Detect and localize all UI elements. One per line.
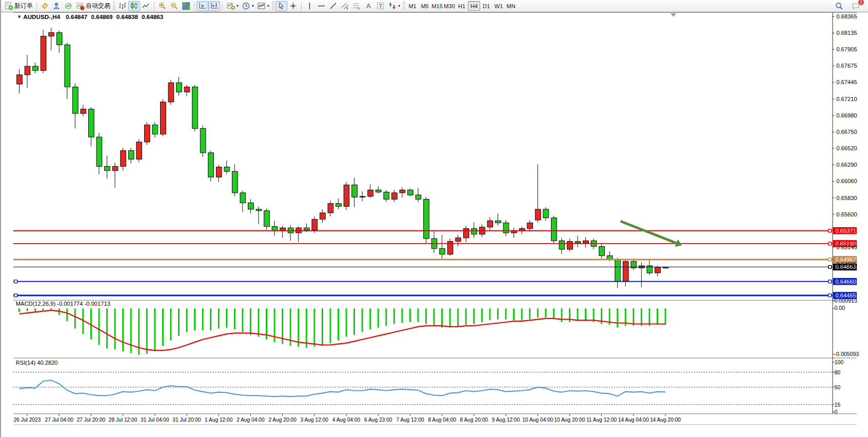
templates-button[interactable]: ▾: [255, 1, 271, 11]
new-order-button[interactable]: 新订单: [3, 1, 34, 11]
svg-text:0.66290: 0.66290: [836, 162, 857, 168]
crosshair-tool-button[interactable]: [287, 1, 299, 11]
svg-text:3 Aug 12:00: 3 Aug 12:00: [301, 417, 329, 423]
toolbar-grip: [113, 2, 115, 11]
svg-text:0.68365: 0.68365: [836, 13, 857, 19]
radar-icon: [64, 2, 73, 10]
new-order-label: 新订单: [14, 2, 33, 10]
bar-chart-mode-button[interactable]: [116, 1, 128, 11]
svg-text:80: 80: [834, 369, 840, 375]
auto-scroll-button[interactable]: [196, 1, 208, 11]
svg-text:0.66060: 0.66060: [836, 178, 857, 184]
notification-badge: 1: [858, 0, 864, 6]
svg-text:E: E: [346, 7, 348, 10]
toolbar-grip: [403, 2, 405, 11]
svg-text:0.65371: 0.65371: [835, 228, 856, 234]
zoom-out-button[interactable]: [168, 1, 180, 11]
indicators-icon: [226, 2, 235, 10]
svg-text:27 Jul 20:00: 27 Jul 20:00: [77, 417, 106, 423]
periods-button[interactable]: ▾: [240, 1, 255, 11]
fibonacci-icon: F: [352, 2, 361, 10]
line-chart-mode-button[interactable]: [140, 1, 152, 11]
horizontal-line-tool-button[interactable]: [315, 1, 327, 11]
quotes-button[interactable]: [39, 1, 51, 11]
cursor-tool-button[interactable]: [275, 1, 287, 11]
svg-text:0.66980: 0.66980: [836, 112, 857, 118]
timeframe-m15-button[interactable]: M15: [431, 1, 443, 11]
svg-text:2 Aug 20:00: 2 Aug 20:00: [268, 417, 297, 423]
chart-title: AUDUSD-,H4 0.64847 0.64869 0.64838 0.648…: [23, 13, 163, 20]
text-tool-button[interactable]: A: [363, 1, 374, 11]
svg-text:14 Aug 20:00: 14 Aug 20:00: [650, 417, 681, 423]
svg-text:0.67210: 0.67210: [836, 96, 857, 102]
timeframe-m1-button[interactable]: M1: [406, 1, 419, 11]
svg-text:0.64905: 0.64905: [836, 261, 857, 267]
zoom-in-button[interactable]: [156, 1, 168, 11]
chart-title-high: 0.64869: [91, 13, 113, 20]
svg-text:100: 100: [834, 359, 843, 365]
trendline-icon: [329, 2, 338, 10]
indicators-button[interactable]: ▾: [225, 1, 240, 11]
chart-area[interactable]: 0.653710.651900.649670.648630.646600.644…: [1, 12, 868, 437]
separator: [222, 2, 223, 11]
horizontal-line-icon: [317, 2, 326, 10]
svg-text:0.67675: 0.67675: [836, 63, 857, 69]
svg-text:F: F: [358, 7, 360, 10]
channel-tool-button[interactable]: E: [339, 1, 351, 11]
svg-text:27 Jul 04:00: 27 Jul 04:00: [45, 417, 73, 423]
svg-text:6 Aug 23:00: 6 Aug 23:00: [364, 417, 392, 423]
label-tool-button[interactable]: T: [374, 1, 386, 11]
svg-text:1 Aug 12:00: 1 Aug 12:00: [205, 417, 233, 423]
timeframe-h1-button[interactable]: H1: [456, 1, 468, 11]
svg-text:0: 0: [834, 409, 837, 415]
timeframe-m5-button[interactable]: M5: [419, 1, 431, 11]
bar-chart-icon: [118, 2, 127, 10]
svg-text:T: T: [379, 3, 383, 9]
timeframe-d1-button[interactable]: D1: [480, 1, 492, 11]
chart-shift-button[interactable]: [208, 1, 220, 11]
timeframe-h4-button[interactable]: H4: [468, 1, 480, 11]
chevron-down-icon: ▾: [252, 4, 254, 8]
trendline-tool-button[interactable]: [327, 1, 339, 11]
candlestick-mode-button[interactable]: [128, 1, 140, 11]
tile-windows-button[interactable]: [180, 1, 192, 11]
tile-windows-icon: [182, 2, 190, 10]
svg-text:4 Aug 04:00: 4 Aug 04:00: [332, 417, 361, 423]
signals-button[interactable]: [63, 1, 74, 11]
text-label-icon: T: [376, 2, 385, 10]
search-button[interactable]: [833, 1, 845, 11]
timeframe-w1-button[interactable]: W1: [492, 1, 505, 11]
text-icon: A: [364, 2, 373, 10]
svg-text:0.65600: 0.65600: [836, 211, 857, 217]
toolbar: 新订单 自动交易: [1, 0, 868, 12]
gold-tag-icon: [41, 2, 49, 10]
auto-trading-button[interactable]: 自动交易: [74, 1, 112, 11]
fibonacci-tool-button[interactable]: F: [351, 1, 363, 11]
svg-text:0.67905: 0.67905: [836, 46, 857, 52]
auto-trading-label: 自动交易: [86, 2, 110, 10]
equidistant-channel-icon: E: [341, 2, 349, 10]
symbol-dropdown-icon[interactable]: ▼: [17, 14, 22, 19]
svg-text:11 Aug 12:00: 11 Aug 12:00: [586, 417, 617, 423]
svg-text:31 Jul 04:00: 31 Jul 04:00: [141, 417, 169, 423]
svg-text:28 Jul 12:00: 28 Jul 12:00: [109, 417, 137, 423]
line-chart-icon: [142, 2, 150, 10]
zoom-out-icon: [170, 2, 179, 10]
svg-text:14 Aug 04:00: 14 Aug 04:00: [618, 417, 649, 423]
separator: [194, 2, 194, 11]
new-order-icon: [5, 2, 13, 10]
chevron-down-icon: ▾: [267, 4, 269, 8]
auto-scroll-icon: [198, 2, 207, 10]
search-icon: [835, 2, 844, 11]
notifications-button[interactable]: 1: [850, 1, 862, 11]
arrow-objects-icon: [388, 2, 397, 10]
svg-text:31 Jul 20:00: 31 Jul 20:00: [172, 417, 201, 423]
experts-button[interactable]: [51, 1, 63, 11]
timeframe-mn-button[interactable]: MN: [505, 1, 517, 11]
cursor-icon: [277, 2, 286, 10]
zoom-in-icon: [158, 2, 167, 10]
arrows-tool-button[interactable]: ▾: [386, 1, 402, 11]
chart-svg[interactable]: 0.653710.651900.649670.648630.646600.644…: [1, 12, 868, 437]
timeframe-m30-button[interactable]: M30: [443, 1, 456, 11]
vertical-line-tool-button[interactable]: [304, 1, 315, 11]
